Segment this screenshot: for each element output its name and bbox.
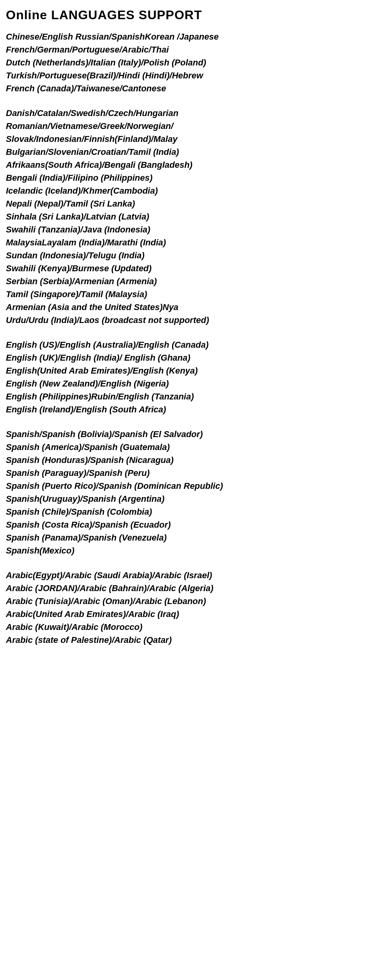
language-group-group-spanish: Spanish/Spanish (Bolivia)/Spanish (El Sa… xyxy=(6,428,386,557)
page-title: Online LANGUAGES SUPPORT xyxy=(6,8,386,22)
language-group-text-group-european: Danish/Catalan/Swedish/Czech/HungarianRo… xyxy=(6,107,386,327)
language-group-group-european: Danish/Catalan/Swedish/Czech/HungarianRo… xyxy=(6,107,386,327)
language-group-group-main: Chinese/English Russian/SpanishKorean /J… xyxy=(6,30,386,95)
language-group-group-english: English (US)/English (Australia)/English… xyxy=(6,338,386,416)
language-group-text-group-main: Chinese/English Russian/SpanishKorean /J… xyxy=(6,30,386,95)
language-group-group-arabic: Arabic(Egypt)/Arabic (Saudi Arabia)/Arab… xyxy=(6,569,386,646)
language-group-text-group-spanish: Spanish/Spanish (Bolivia)/Spanish (El Sa… xyxy=(6,428,386,557)
language-group-text-group-english: English (US)/English (Australia)/English… xyxy=(6,338,386,416)
language-group-text-group-arabic: Arabic(Egypt)/Arabic (Saudi Arabia)/Arab… xyxy=(6,569,386,646)
